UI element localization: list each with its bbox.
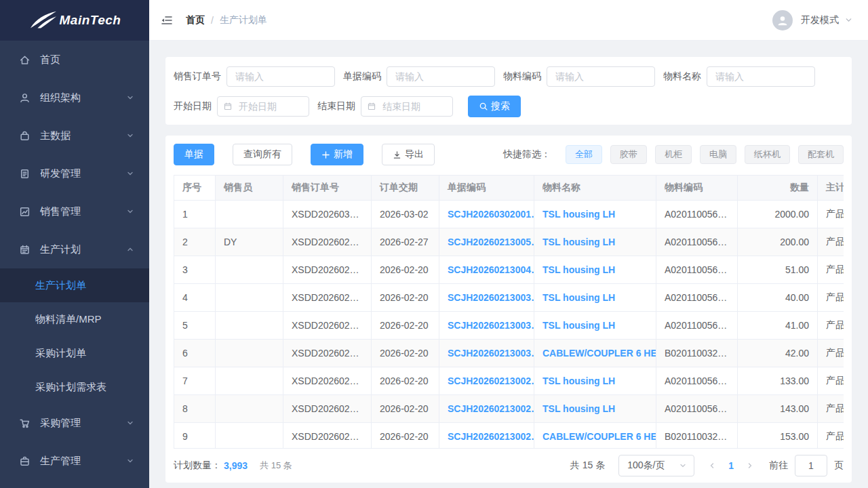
sales-order-label: 销售订单号 [174,70,221,83]
table-row: 8 XSDD202602… 2026-02-20 SCJH20260213002… [174,395,844,423]
logo-text: MainTech [60,13,121,28]
cell-material-code: A020110056… [656,284,738,312]
sidebar-item-label: 生产计划 [40,243,126,256]
chart-icon [19,205,31,218]
chevron-down-icon [126,457,134,465]
cell-material-name: CABLEW/COUPLER 6 HE [534,340,656,367]
col-seq: 序号 [174,176,216,201]
sidebar-item-rnd-management[interactable]: 研发管理 [0,155,149,192]
sidebar-subitem-label: 生产计划单 [35,279,86,292]
sidebar-item-production-management[interactable]: 生产管理 [0,442,149,480]
doc-code-link[interactable]: SCJH20260213002… [448,375,534,386]
doc-code-link[interactable]: SCJH20260213002… [448,431,534,442]
total-count-left: 共 15 条 [260,460,292,472]
doc-code-link[interactable]: SCJH20260213003… [448,320,534,331]
user-menu-chevron-icon[interactable] [844,16,853,24]
query-all-button-label: 查询所有 [243,148,281,161]
topbar-right: 开发模式 [772,10,853,30]
doc-button[interactable]: 单据 [174,144,214,165]
add-button[interactable]: 新增 [311,144,363,165]
main-area: 首页 / 生产计划单 开发模式 [149,0,868,488]
material-name-link[interactable]: TSL housing LH [542,209,615,220]
doc-code-link[interactable]: SCJH20260213005… [448,237,534,247]
cell-delivery-date: 2026-03-02 [372,201,439,228]
cell-delivery-date: 2026-02-20 [372,367,439,395]
sidebar-subitem-purchase-plan-demand[interactable]: 采购计划需求表 [0,370,149,404]
prev-page-icon[interactable] [708,462,716,470]
doc-code-link[interactable]: SCJH20260213002… [448,403,534,414]
page-size-select[interactable]: 100条/页 [618,455,694,476]
table-row: 3 XSDD202602… 2026-02-20 SCJH20260213004… [174,256,844,284]
cell-material-name: TSL housing LH [534,395,656,423]
sales-order-input[interactable] [226,66,335,87]
breadcrumb-home[interactable]: 首页 [186,14,205,26]
filter-row-2: 开始日期 结束日期 [174,96,844,117]
page-unit-label: 页 [834,460,844,472]
doc-code-link[interactable]: SCJH20260302001… [448,209,534,220]
material-code-input[interactable] [547,66,655,87]
sidebar-subitem-bom-mrp[interactable]: 物料清单/MRP [0,302,149,336]
quick-filter-all[interactable]: 全部 [566,145,602,164]
page-number[interactable]: 1 [728,460,734,471]
calendar-icon [19,243,31,256]
sidebar-fold-icon[interactable] [160,13,175,28]
sidebar-item-label: 采购管理 [40,417,126,430]
table-row: 2 DY XSDD202602… 2026-02-27 SCJH20260213… [174,228,844,256]
sidebar-subitem-purchase-plan-order[interactable]: 采购计划单 [0,336,149,370]
cell-seq: 3 [174,256,216,284]
quick-filter-kit-machine[interactable]: 配套机 [798,145,844,164]
sidebar-item-home[interactable]: 首页 [0,41,149,79]
doc-code-link[interactable]: SCJH20260213003… [448,292,534,303]
quick-filter-computer[interactable]: 电脑 [700,145,736,164]
sidebar-item-sales-management[interactable]: 销售管理 [0,192,149,230]
avatar[interactable] [772,10,793,30]
cell-sales-order: XSDD202603… [283,201,372,228]
query-all-button[interactable]: 查询所有 [233,144,292,165]
material-name-input[interactable] [707,66,815,87]
cell-salesperson [216,367,283,395]
sidebar-subitem-production-plan-order[interactable]: 生产计划单 [0,268,149,302]
material-name-link[interactable]: TSL housing LH [542,320,615,331]
cell-seq: 5 [174,312,216,340]
material-name-link[interactable]: CABLEW/COUPLER 6 HE [542,431,656,442]
export-button[interactable]: 导出 [382,144,435,165]
plan-qty-value: 3,993 [224,460,248,471]
quick-filter-tape[interactable]: 胶带 [610,145,647,164]
cell-material-name: TSL housing LH [534,284,656,312]
cell-unit: 产品 [818,395,844,423]
material-name-link[interactable]: TSL housing LH [542,237,615,247]
material-name-link[interactable]: TSL housing LH [542,292,615,303]
logo: MainTech [0,0,149,41]
user-icon [19,92,31,104]
cell-salesperson [216,256,283,284]
cell-salesperson: DY [216,228,283,256]
cell-doc-code: SCJH20260213003… [439,312,534,340]
cell-seq: 4 [174,284,216,312]
doc-code-link[interactable]: SCJH20260213003… [448,348,534,359]
material-name-link[interactable]: TSL housing LH [542,403,615,414]
sidebar-item-production-plan[interactable]: 生产计划 [0,230,149,268]
sidebar-item-organization[interactable]: 组织架构 [0,79,149,117]
cell-doc-code: SCJH20260213002… [439,423,534,449]
quick-filter-cabinet[interactable]: 机柜 [655,145,692,164]
goto-page-input[interactable] [795,455,827,476]
filter-material-name: 物料名称 [663,66,815,87]
doc-code-input[interactable] [387,66,495,87]
doc-code-link[interactable]: SCJH20260213004… [448,264,534,275]
page-content: 销售订单号 单据编码 物料编码 物料名称 [149,41,868,488]
col-material-code: 物料编码 [656,176,738,201]
sidebar-item-master-data[interactable]: 主数据 [0,117,149,155]
page-size-value: 100条/页 [627,460,679,472]
sidebar-item-purchase-management[interactable]: 采购管理 [0,404,149,442]
quick-filter-cup-machine[interactable]: 纸杯机 [745,145,790,164]
next-page-icon[interactable] [746,462,754,470]
cell-delivery-date: 2026-02-20 [372,256,439,284]
cell-quantity: 41.00 [738,312,818,340]
material-name-link[interactable]: TSL housing LH [542,264,615,275]
user-mode-label[interactable]: 开发模式 [801,14,839,26]
cell-unit: 产品 [818,284,844,312]
material-name-link[interactable]: TSL housing LH [542,375,615,386]
material-name-link[interactable]: CABLEW/COUPLER 6 HE [542,348,656,359]
search-button[interactable]: 搜索 [468,96,521,117]
cell-quantity: 2000.00 [738,201,818,228]
